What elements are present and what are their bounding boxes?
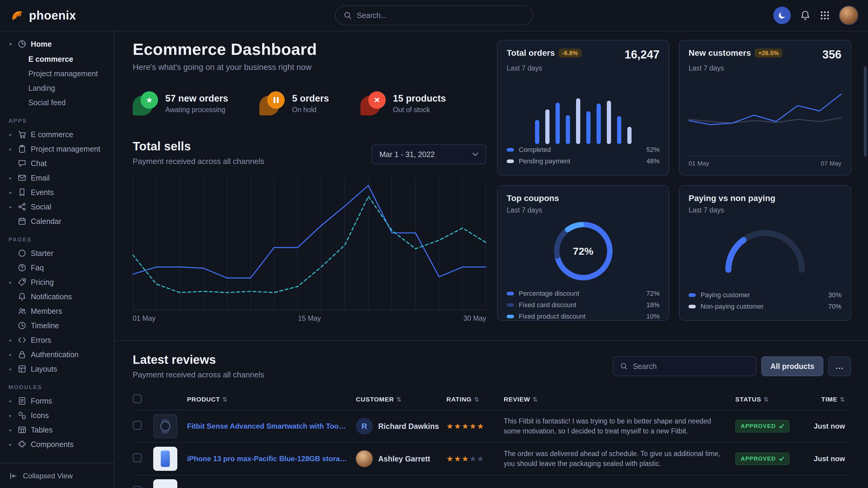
- card-value: 16,247: [625, 48, 660, 61]
- legend-label: Non-paying customer: [701, 303, 764, 311]
- row-checkbox[interactable]: [133, 453, 142, 462]
- circle-icon: [17, 249, 27, 258]
- layout-icon: [17, 364, 27, 373]
- sidebar-item-notifications[interactable]: Notifications: [5, 289, 109, 304]
- sidebar-item-components[interactable]: ▸Components: [5, 437, 109, 452]
- scrollbar-thumb[interactable]: [864, 66, 867, 157]
- stat-new-orders: ★ 57 new orders Awating processing: [133, 91, 228, 116]
- star-icon: ★: [477, 454, 484, 463]
- top-coupons-legend: Percentage discount72%Fixed card discoun…: [507, 288, 660, 322]
- row-checkbox[interactable]: [133, 486, 142, 488]
- reviews-search: [613, 356, 756, 376]
- star-icon: ★: [462, 422, 469, 431]
- sidebar-item-e-commerce[interactable]: E commerce: [5, 52, 109, 66]
- profile-avatar[interactable]: [839, 6, 858, 25]
- table-icon: [17, 425, 27, 434]
- legend-value: 70%: [828, 303, 841, 311]
- all-products-button[interactable]: All products: [761, 356, 824, 376]
- legend-item-percentage-discount: Percentage discount72%: [507, 288, 660, 299]
- total-sells-header: Total sells Payment received across all …: [133, 139, 264, 166]
- legend-label: Fixed card discount: [519, 301, 576, 309]
- phoenix-logo-icon: [10, 8, 25, 23]
- star-icon: ★: [469, 422, 477, 431]
- sidebar: ▾HomeE commerceProject managementLanding…: [0, 31, 115, 488]
- sidebar-item-forms[interactable]: ▸Forms: [5, 394, 109, 408]
- customer-cell: Ashley Garrett: [356, 450, 446, 467]
- latest-reviews-section: Latest reviews Payment received across a…: [115, 340, 868, 488]
- row-checkbox[interactable]: [133, 421, 142, 430]
- legend-item-completed: Completed52%: [507, 144, 660, 156]
- legend-item-fixed-card-discount: Fixed card discount18%: [507, 299, 660, 311]
- sidebar-item-tables[interactable]: ▸Tables: [5, 423, 109, 437]
- sidebar-item-faq[interactable]: Faq: [5, 260, 109, 275]
- total-sells-subtitle: Payment received across all channels: [133, 157, 264, 166]
- sort-icon[interactable]: ⇅: [533, 396, 538, 403]
- sidebar-item-members[interactable]: Members: [5, 304, 109, 318]
- more-options-button[interactable]: ...: [828, 356, 851, 376]
- card-value: 356: [823, 48, 841, 61]
- sidebar-item-chat[interactable]: Chat: [5, 156, 109, 171]
- theme-toggle-moon-icon[interactable]: [773, 7, 791, 24]
- legend-marker: [688, 293, 696, 297]
- bell-icon[interactable]: [800, 10, 811, 21]
- sidebar-item-landing[interactable]: Landing: [5, 81, 109, 95]
- sidebar-item-home[interactable]: ▾Home: [5, 36, 109, 52]
- search-input[interactable]: [357, 11, 525, 20]
- sidebar-item-errors[interactable]: ▸Errors: [5, 333, 109, 347]
- sidebar-item-icons[interactable]: ▸Icons: [5, 408, 109, 423]
- legend-marker: [507, 148, 514, 152]
- sidebar-item-calendar[interactable]: Calendar: [5, 214, 109, 228]
- sort-icon[interactable]: ⇅: [396, 396, 402, 403]
- share-icon: [17, 202, 27, 211]
- x-tick: 01 May: [688, 160, 709, 167]
- select-all-checkbox[interactable]: [133, 394, 142, 403]
- sidebar-item-timeline[interactable]: Timeline: [5, 318, 109, 333]
- column-header-time: TIME: [821, 396, 837, 403]
- card-title: New customers: [688, 48, 751, 58]
- change-badge: -6.8%: [559, 48, 582, 58]
- pause-icon: [259, 91, 285, 116]
- sort-icon[interactable]: ⇅: [222, 396, 228, 403]
- sidebar-item-project-management[interactable]: ▸Project management: [5, 142, 109, 156]
- sidebar-item-authentication[interactable]: ▸Authentication: [5, 347, 109, 362]
- reviews-controls: All products ...: [613, 356, 851, 376]
- product-link[interactable]: iPhone 13 pro max-Pacific Blue-128GB sto…: [187, 455, 356, 463]
- collapsed-view-toggle[interactable]: Collapsed View: [0, 463, 114, 488]
- reviews-search-input[interactable]: [633, 362, 749, 371]
- total-sells-title: Total sells: [133, 139, 264, 153]
- sidebar-item-email[interactable]: ▸Email: [5, 171, 109, 185]
- sidebar-item-social-feed[interactable]: Social feed: [5, 95, 109, 110]
- product-thumbnail: [153, 414, 177, 438]
- paying-gauge-legend: Paying customer30%Non-paying customer70%: [688, 289, 841, 312]
- date-range-select[interactable]: Mar 1 - 31, 2022: [372, 144, 486, 164]
- sidebar-item-project-management[interactable]: Project management: [5, 66, 109, 81]
- sidebar-item-events[interactable]: ▸Events: [5, 185, 109, 199]
- sort-icon[interactable]: ⇅: [474, 396, 479, 403]
- review-text: This Fitbit is fantastic! I was trying t…: [504, 416, 735, 436]
- stat-label: Awating processing: [165, 106, 228, 114]
- sidebar-item-starter[interactable]: Starter: [5, 246, 109, 260]
- card-period: Last 7 days: [507, 206, 660, 214]
- shapes-icon: [17, 411, 27, 420]
- sort-icon[interactable]: ⇅: [764, 396, 769, 403]
- card-period: Last 7 days: [688, 64, 841, 72]
- dashboard-left-column: Ecommerce Dashboard Here's what's going …: [133, 40, 486, 326]
- x-tick: 07 May: [820, 160, 841, 167]
- search-icon: [620, 362, 628, 370]
- calendar-icon: [17, 217, 27, 226]
- page-title: Ecommerce Dashboard: [133, 40, 486, 59]
- top-coupons-donut-chart: 72%: [551, 219, 615, 283]
- sidebar-item-layouts[interactable]: ▸Layouts: [5, 362, 109, 376]
- sidebar-item-social[interactable]: ▸Social: [5, 199, 109, 214]
- pie-chart-icon: [17, 39, 27, 48]
- sidebar-item-pricing[interactable]: ▸Pricing: [5, 275, 109, 289]
- sidebar-section-modules: MODULES: [8, 384, 109, 391]
- brand[interactable]: phoenix: [10, 8, 115, 23]
- legend-item-pending-payment: Pending payment48%: [507, 156, 660, 167]
- product-link[interactable]: Fitbit Sense Advanced Smartwatch with To…: [187, 422, 356, 430]
- star-icon: ★: [446, 422, 454, 431]
- apps-grid-icon[interactable]: [820, 10, 830, 21]
- sort-icon[interactable]: ⇅: [840, 396, 845, 403]
- card-period: Last 7 days: [507, 64, 660, 72]
- sidebar-item-e-commerce[interactable]: ▸E commerce: [5, 127, 109, 142]
